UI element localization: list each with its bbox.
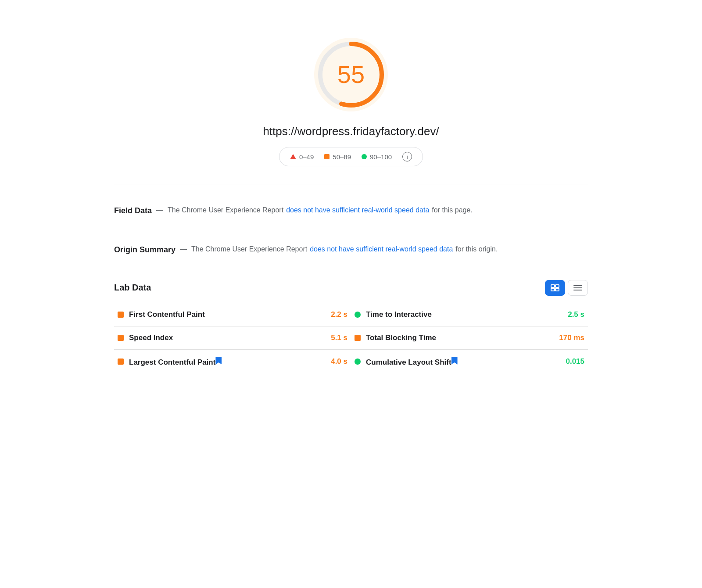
metric-name-label: Total Blocking Time [366,333,436,342]
metric-row: Speed Index5.1 s [114,326,351,349]
legend-item-poor: 0–49 [290,153,314,161]
metric-row: First Contentful Paint2.2 s [114,303,351,326]
metric-value: 5.1 s [331,333,347,342]
score-url: https://wordpress.fridayfactory.dev/ [263,125,439,138]
svg-rect-6 [555,288,559,291]
origin-summary-title: Origin Summary [114,244,176,256]
lab-data-header: Lab Data [114,280,588,296]
metric-row: Largest Contentful Paint4.0 s [114,349,351,374]
legend-range-poor: 0–49 [299,153,314,161]
score-section: 55 https://wordpress.fridayfactory.dev/ … [114,18,588,179]
metric-value: 170 ms [559,333,584,342]
square-indicator [118,312,124,318]
origin-summary-text-before: The Chrome User Experience Report [191,244,307,255]
svg-rect-4 [555,285,559,287]
info-button[interactable]: i [402,152,412,161]
view-toggle [545,280,588,296]
metric-row: Cumulative Layout Shift0.015 [351,349,588,374]
score-ring: 55 [312,35,390,114]
metric-value: 2.2 s [331,310,347,319]
square-indicator [355,335,361,341]
metric-value: 4.0 s [331,357,347,366]
legend-range-average: 50–89 [333,153,351,161]
score-value: 55 [337,62,365,87]
metric-value: 0.015 [566,357,584,366]
field-data-link[interactable]: does not have sufficient real-world spee… [286,204,429,216]
metric-name-label: Largest Contentful Paint [129,358,215,366]
score-legend: 0–49 50–89 90–100 i [279,147,423,166]
grid-view-button[interactable] [545,280,565,296]
origin-summary-link[interactable]: does not have sufficient real-world spee… [310,244,453,255]
legend-item-good: 90–100 [362,153,392,161]
circle-icon [362,154,367,159]
metric-row: Total Blocking Time170 ms [351,326,588,349]
metric-name-label: First Contentful Paint [129,310,205,319]
metric-value: 2.5 s [568,310,584,319]
square-icon [324,154,330,159]
legend-range-good: 90–100 [370,153,392,161]
metric-name-label: Speed Index [129,333,173,342]
field-data-text-before: The Chrome User Experience Report [168,204,283,216]
origin-summary-text-after: for this origin. [455,244,498,255]
circle-indicator [355,312,361,318]
list-icon [573,284,582,291]
svg-rect-5 [551,288,555,291]
origin-summary-section: Origin Summary — The Chrome User Experie… [114,228,588,267]
field-data-row: Field Data — The Chrome User Experience … [114,204,588,217]
metric-name-label: Cumulative Layout Shift [366,358,451,366]
square-indicator [118,359,124,365]
list-view-button[interactable] [568,280,588,296]
metric-row: Time to Interactive2.5 s [351,303,588,326]
triangle-icon [290,154,296,159]
field-data-title: Field Data [114,204,152,217]
field-data-separator: — [154,204,165,216]
metrics-grid: First Contentful Paint2.2 sTime to Inter… [114,303,588,374]
field-data-text-after: for this page. [432,204,473,216]
lab-data-title: Lab Data [114,283,151,293]
origin-summary-row: Origin Summary — The Chrome User Experie… [114,244,588,256]
circle-indicator [355,359,361,365]
score-divider [114,184,588,184]
square-indicator [118,335,124,341]
metric-name-label: Time to Interactive [366,310,432,319]
grid-icon [551,284,559,291]
origin-summary-separator: — [178,244,189,255]
bookmark-icon [451,357,458,365]
legend-item-average: 50–89 [324,153,351,161]
lab-data-section: Lab Data [114,267,588,374]
svg-rect-3 [551,285,555,287]
bookmark-icon [215,357,222,365]
field-data-section: Field Data — The Chrome User Experience … [114,189,588,228]
